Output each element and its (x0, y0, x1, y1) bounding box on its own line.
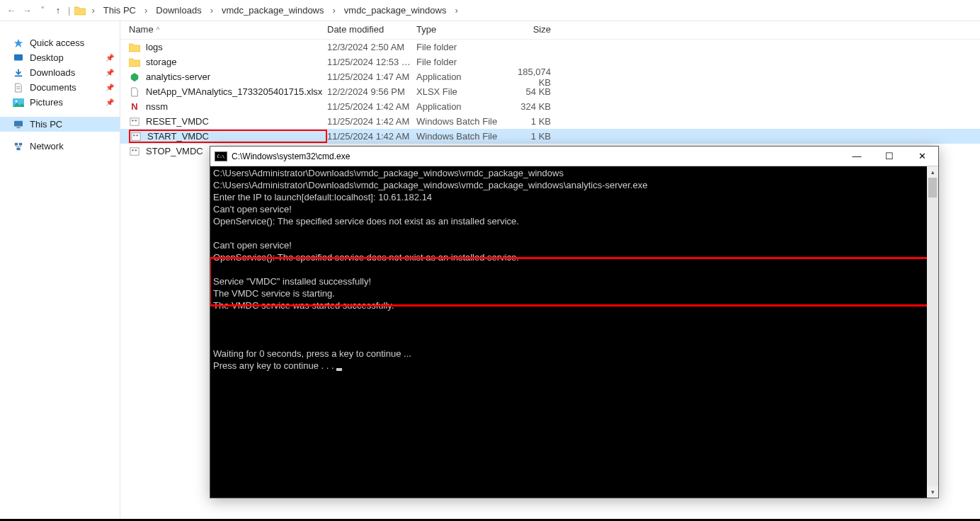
cmd-icon (215, 151, 227, 161)
sidebar-item-quick-access[interactable]: Quick access (0, 35, 120, 50)
breadcrumb-part[interactable]: Downloads (153, 5, 204, 16)
pin-icon: 📌 (106, 69, 114, 76)
svg-rect-3 (16, 88, 20, 88)
file-icon (129, 147, 140, 156)
file-icon (129, 57, 140, 67)
sidebar-item-this-pc[interactable]: This PC (0, 117, 120, 132)
chevron-right-icon: › (209, 5, 215, 16)
sidebar-label: Desktop (30, 52, 64, 63)
file-name: START_VMDC (147, 131, 209, 142)
file-icon (129, 72, 140, 82)
back-button[interactable]: ← (6, 5, 17, 16)
network-icon (13, 142, 24, 151)
file-row[interactable]: RESET_VMDC11/25/2024 1:42 AMWindows Batc… (120, 114, 980, 129)
file-type: Windows Batch File (416, 131, 505, 142)
file-date: 11/25/2024 1:42 AM (327, 131, 416, 142)
chevron-right-icon: › (331, 5, 337, 16)
file-row[interactable]: analytics-server11/25/2024 1:47 AMApplic… (120, 69, 980, 84)
file-name: storage (146, 57, 176, 67)
scroll-up-icon[interactable]: ▴ (927, 166, 938, 178)
file-date: 11/25/2024 1:47 AM (327, 71, 416, 82)
breadcrumb-root[interactable]: This PC (101, 5, 139, 16)
scroll-thumb[interactable] (928, 178, 937, 197)
file-date: 11/25/2024 1:42 AM (327, 101, 416, 112)
svg-point-12 (132, 119, 134, 121)
svg-rect-17 (130, 147, 139, 155)
nav-toolbar: ← → ˅ ↑ | › This PC › Downloads › vmdc_p… (0, 0, 980, 21)
file-type: XLSX File (416, 86, 505, 97)
svg-rect-7 (16, 127, 20, 128)
forward-button[interactable]: → (21, 5, 33, 16)
up-button[interactable]: ↑ (52, 5, 64, 16)
chevron-right-icon: › (90, 5, 96, 16)
svg-rect-1 (15, 75, 23, 76)
file-size: 1 KB (505, 116, 558, 127)
file-type: File folder (416, 42, 505, 52)
close-button[interactable]: ✕ (906, 147, 938, 166)
col-size[interactable]: Size (505, 24, 558, 35)
svg-rect-9 (19, 142, 22, 144)
svg-point-19 (135, 149, 137, 151)
svg-rect-2 (16, 86, 20, 87)
col-name[interactable]: Name (129, 24, 154, 35)
svg-rect-10 (16, 147, 20, 149)
sidebar-item-documents[interactable]: Documents 📌 (0, 80, 120, 95)
scroll-down-icon[interactable]: ▾ (927, 486, 938, 498)
file-name: NetApp_VMAnalytics_1733205401715.xlsx (146, 86, 322, 97)
svg-point-5 (16, 100, 18, 102)
pc-icon (13, 120, 24, 130)
chevron-right-icon: › (453, 5, 459, 16)
sidebar-item-downloads[interactable]: Downloads 📌 (0, 65, 120, 80)
file-icon: N (129, 102, 140, 112)
file-icon (130, 132, 142, 142)
file-type: Application (416, 71, 505, 82)
cmd-titlebar[interactable]: C:\Windows\system32\cmd.exe — ☐ ✕ (210, 147, 938, 166)
file-type: File folder (416, 57, 505, 67)
col-date[interactable]: Date modified (327, 24, 416, 35)
pin-icon: 📌 (106, 98, 114, 106)
file-size: 324 KB (505, 101, 558, 112)
breadcrumb-part[interactable]: vmdc_package_windows (219, 5, 327, 16)
pictures-icon (13, 98, 24, 108)
svg-point-18 (132, 149, 134, 151)
file-row[interactable]: NetApp_VMAnalytics_1733205401715.xlsx12/… (120, 84, 980, 99)
col-type[interactable]: Type (416, 24, 505, 35)
cmd-output[interactable]: C:\Users\Administrator\Downloads\vmdc_pa… (210, 166, 938, 498)
folder-icon (74, 6, 86, 16)
sidebar-item-desktop[interactable]: Desktop 📌 (0, 50, 120, 65)
svg-point-13 (135, 119, 137, 121)
file-date: 12/3/2024 2:50 AM (327, 42, 416, 52)
downloads-icon (13, 68, 24, 78)
pin-icon: 📌 (106, 54, 114, 62)
file-date: 12/2/2024 9:56 PM (327, 86, 416, 97)
minimize-button[interactable]: — (841, 147, 873, 166)
recent-dropdown[interactable]: ˅ (37, 5, 48, 16)
maximize-button[interactable]: ☐ (873, 147, 906, 166)
file-size: 185,074 KB (505, 67, 558, 88)
file-size: 1 KB (505, 131, 558, 142)
sidebar-label: Quick access (30, 38, 84, 48)
svg-rect-14 (132, 132, 140, 140)
scroll-track[interactable] (927, 178, 938, 486)
sidebar-label: Pictures (30, 97, 63, 108)
pin-icon: 📌 (106, 84, 114, 91)
documents-icon (13, 83, 24, 93)
sidebar-label: This PC (30, 119, 62, 130)
column-headers[interactable]: Name^ Date modified Type Size (120, 21, 980, 40)
scrollbar[interactable]: ▴ ▾ (927, 166, 938, 498)
file-name: nssm (146, 101, 168, 112)
file-row[interactable]: logs12/3/2024 2:50 AMFile folder (120, 40, 980, 55)
breadcrumb-part[interactable]: vmdc_package_windows (341, 5, 450, 16)
file-name: RESET_VMDC (146, 116, 209, 127)
sidebar-label: Downloads (30, 67, 75, 78)
sidebar: Quick access Desktop 📌 Downloads 📌 Docum… (0, 21, 120, 519)
svg-point-15 (133, 134, 135, 136)
file-row[interactable]: START_VMDC11/25/2024 1:42 AMWindows Batc… (120, 129, 980, 144)
file-list: logs12/3/2024 2:50 AMFile folderstorage1… (120, 40, 980, 159)
chevron-right-icon: › (143, 5, 149, 16)
file-name: STOP_VMDC (146, 146, 203, 156)
file-row[interactable]: Nnssm11/25/2024 1:42 AMApplication324 KB (120, 99, 980, 114)
sidebar-item-pictures[interactable]: Pictures 📌 (0, 95, 120, 110)
sidebar-item-network[interactable]: Network (0, 139, 120, 154)
star-icon (13, 38, 24, 48)
